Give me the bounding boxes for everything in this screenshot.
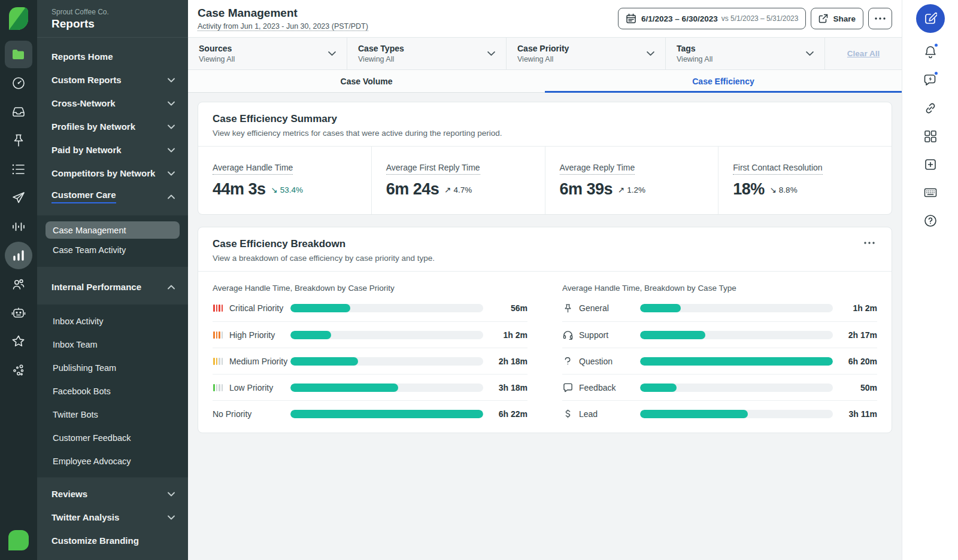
tab-case-efficiency[interactable]: Case Efficiency [545,70,902,92]
chart-row-critical: Critical Priority 56m [213,295,527,321]
bar-track [640,384,833,392]
bot-icon[interactable] [5,299,32,327]
sidebar-item-customize-branding[interactable]: Customize Branding [37,529,188,552]
waveform-icon[interactable] [5,213,32,241]
bar-fill [290,304,350,312]
feedback-bolt-icon[interactable] [918,68,942,92]
sidebar-item-custom-reports[interactable]: Custom Reports [37,68,188,92]
sidebar-item-internal-performance[interactable]: Internal Performance [37,275,188,299]
bar-track [290,357,483,366]
question-icon [562,356,573,366]
bar-track [640,331,833,339]
pin-icon[interactable] [5,127,32,154]
sidebar-item-twitter-bots[interactable]: Twitter Bots [37,403,188,426]
sidebar-item-case-management[interactable]: Case Management [46,221,180,239]
filter-bar: SourcesViewing All Case TypesViewing All… [188,37,902,70]
bar-chart-icon[interactable] [5,242,32,269]
case-efficiency-breakdown-card: Case Efficiency Breakdown View a breakdo… [198,227,892,433]
chart-row-general: General 1h 2m [562,295,877,321]
date-range-picker[interactable]: 6/1/2023 – 6/30/2023 vs 5/1/2023 – 5/31/… [618,8,806,29]
bar-fill [640,304,681,312]
headset-icon [562,330,573,340]
bar-value: 2h 18m [483,357,527,366]
activity-range-text[interactable]: Activity from Jun 1, 2023 - Jun 30, 2023… [198,22,368,31]
breakdown-card-title: Case Efficiency Breakdown [213,238,435,250]
summary-card-subtitle: View key efficiency metrics for cases th… [213,129,877,138]
chart-title: Average Handle Time, Breakdown by Case P… [213,284,527,293]
internal-performance-subpanel: Inbox Activity Inbox Team Publishing Tea… [37,305,188,477]
bar-track [640,357,833,366]
metric-delta: ↘ 8.8% [770,185,798,194]
compose-button[interactable] [916,4,945,33]
gauge-icon[interactable] [5,69,32,97]
star-icon[interactable] [5,328,32,355]
sidebar-item-case-team-activity[interactable]: Case Team Activity [37,239,188,261]
keyboard-icon[interactable] [918,181,942,205]
sidebar-item-inbox-team[interactable]: Inbox Team [37,333,188,356]
filter-case-types[interactable]: Case TypesViewing All [347,38,507,69]
date-range-value: 6/1/2023 – 6/30/2023 [641,14,718,23]
bar-track [290,384,483,392]
sidebar-item-reports-home[interactable]: Reports Home [37,45,188,68]
company-name: Sprout Coffee Co. [51,8,174,16]
filter-sources[interactable]: SourcesViewing All [188,38,347,69]
apps-grid-icon[interactable] [918,124,942,148]
molecule-icon[interactable] [5,357,32,384]
card-menu-ellipsis-icon[interactable] [862,238,877,248]
reports-folder-icon[interactable] [5,41,32,68]
page-header: Case Management Activity from Jun 1, 202… [188,0,902,37]
notifications-bell-icon[interactable] [918,40,942,64]
people-icon[interactable] [5,270,32,298]
bar-fill [640,384,677,392]
list-icon[interactable] [5,156,32,183]
send-icon[interactable] [5,184,32,212]
clear-all-filters-link[interactable]: Clear All [847,49,880,58]
summary-card-title: Case Efficiency Summary [213,113,877,125]
ellipsis-icon [875,17,886,20]
page-title: Case Management [198,7,368,20]
filter-case-priority[interactable]: Case PriorityViewing All [507,38,666,69]
notification-badge [933,42,939,48]
link-icon[interactable] [918,96,942,120]
sidebar-item-profiles-by-network[interactable]: Profiles by Network [37,115,188,138]
sidebar-item-publishing-team[interactable]: Publishing Team [37,356,188,379]
sidebar-item-competitors-by-network[interactable]: Competitors by Network [37,162,188,185]
bar-value: 50m [833,383,877,392]
sidebar-item-customer-care[interactable]: Customer Care [37,185,188,208]
sidebar-item-twitter-analysis[interactable]: Twitter Analysis [37,506,188,529]
sprout-leaf-icon[interactable] [8,530,29,550]
sidebar-item-inbox-activity[interactable]: Inbox Activity [37,309,188,333]
help-icon[interactable] [918,209,942,233]
customer-care-subpanel: Case Management Case Team Activity [37,215,188,267]
sidebar-item-facebook-bots[interactable]: Facebook Bots [37,379,188,403]
bar-value: 1h 2m [483,330,527,340]
metric-value: 6m 39s [560,180,613,199]
sidebar-item-paid-by-network[interactable]: Paid by Network [37,138,188,162]
tab-case-volume[interactable]: Case Volume [188,70,545,92]
priority-medium-icon [213,358,223,365]
chart-row-feedback: Feedback 50m [562,374,877,400]
notification-badge [933,71,939,76]
filter-tags[interactable]: TagsViewing All [666,38,825,69]
more-options-button[interactable] [868,8,892,29]
bar-track [290,331,483,339]
sidebar-item-reviews[interactable]: Reviews [37,482,188,506]
sprout-logo[interactable] [8,6,29,31]
share-button[interactable]: Share [811,8,863,29]
inbox-icon[interactable] [5,98,32,126]
sidebar-item-employee-advocacy[interactable]: Employee Advocacy [37,449,188,473]
sidebar-item-cross-network[interactable]: Cross-Network [37,92,188,115]
breakdown-card-subtitle: View a breakdown of case efficiency by c… [213,254,435,263]
sidebar-item-customer-feedback[interactable]: Customer Feedback [37,426,188,449]
bar-fill [290,410,483,418]
chevron-up-icon [168,194,175,199]
chevron-down-icon [168,101,175,106]
chevron-down-icon [168,492,175,497]
add-square-icon[interactable] [918,153,942,176]
metric-value: 44m 3s [213,180,266,199]
bar-track [290,410,483,418]
bar-fill [640,357,833,366]
bar-value: 6h 22m [483,409,527,419]
chevron-down-icon [647,51,654,56]
calendar-icon [626,13,636,24]
